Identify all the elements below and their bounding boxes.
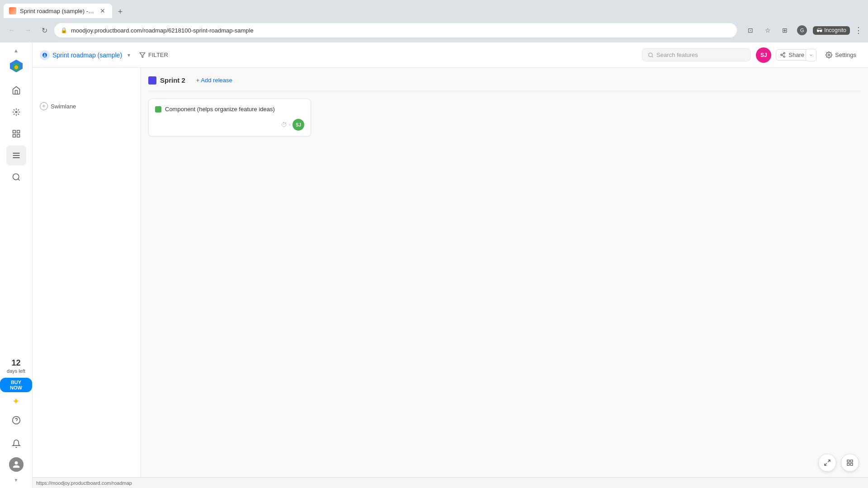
sidebar: ▲ bbox=[0, 42, 33, 488]
apps-icon bbox=[846, 459, 854, 466]
release-title: Sprint 2 bbox=[148, 76, 185, 84]
svg-marker-14 bbox=[140, 52, 145, 57]
scroll-down-indicator: ▼ bbox=[0, 475, 32, 484]
svg-line-16 bbox=[652, 56, 653, 57]
svg-rect-28 bbox=[850, 463, 853, 465]
tab-title: Sprint roadmap (sample) - Road... bbox=[20, 8, 95, 14]
reload-button[interactable]: ↻ bbox=[38, 24, 51, 37]
svg-rect-27 bbox=[847, 463, 849, 465]
incognito-badge: 🕶 Incognito bbox=[813, 26, 850, 35]
feature-title: Component (helps organize feature ideas) bbox=[165, 105, 275, 113]
buy-now-button[interactable]: BUY NOW bbox=[0, 378, 32, 392]
svg-line-20 bbox=[782, 55, 784, 56]
feature-clock-icon: ⏱ bbox=[281, 121, 287, 128]
share-dropdown-button[interactable] bbox=[806, 49, 816, 61]
svg-point-18 bbox=[781, 54, 782, 56]
active-tab[interactable]: Sprint roadmap (sample) - Road... ✕ bbox=[4, 4, 112, 18]
address-bar: ← → ↻ 🔒 moodjoy.productboard.com/roadmap… bbox=[0, 18, 868, 42]
search-input[interactable] bbox=[656, 52, 745, 58]
share-icon bbox=[780, 52, 786, 58]
svg-point-17 bbox=[783, 52, 785, 54]
main-content: Sprint roadmap (sample) ▾ FILTER SJ bbox=[33, 42, 868, 488]
apps-button[interactable] bbox=[841, 454, 859, 472]
browser-menu-button[interactable]: ⋮ bbox=[854, 25, 863, 35]
svg-rect-5 bbox=[17, 131, 19, 133]
filter-label: FILTER bbox=[148, 52, 168, 58]
svg-line-21 bbox=[782, 54, 784, 55]
filter-button[interactable]: FILTER bbox=[136, 50, 172, 60]
forward-button[interactable]: → bbox=[22, 24, 34, 37]
sidebar-navigation bbox=[0, 80, 32, 358]
svg-line-24 bbox=[825, 463, 827, 465]
sparkle-icon: ✦ bbox=[12, 396, 20, 407]
extension-icon[interactable]: ⊞ bbox=[778, 24, 791, 37]
tab-favicon bbox=[9, 7, 16, 14]
status-url: https://moodjoy.productboard.com/roadmap bbox=[36, 480, 132, 486]
share-button[interactable]: Share bbox=[776, 49, 808, 61]
feature-assignee-avatar: SJ bbox=[292, 119, 304, 131]
svg-point-22 bbox=[828, 54, 830, 56]
add-swimlane-button[interactable]: + Swimlane bbox=[40, 102, 133, 110]
app-logo[interactable] bbox=[7, 57, 25, 75]
svg-point-11 bbox=[13, 174, 19, 180]
profile-icon[interactable]: G bbox=[796, 24, 808, 37]
expand-icon bbox=[824, 459, 831, 466]
sidebar-item-analytics[interactable] bbox=[6, 167, 26, 187]
lock-icon: 🔒 bbox=[61, 27, 67, 33]
svg-point-15 bbox=[649, 53, 653, 57]
release-badge bbox=[148, 76, 156, 84]
svg-rect-6 bbox=[13, 135, 15, 137]
left-panel: + Swimlane bbox=[33, 68, 141, 477]
svg-line-23 bbox=[828, 460, 830, 462]
search-icon bbox=[648, 52, 654, 58]
feature-card-footer: ⏱ - SJ bbox=[155, 119, 304, 131]
sidebar-item-help[interactable] bbox=[6, 410, 26, 430]
add-swimlane-icon: + bbox=[40, 102, 48, 110]
sidebar-item-roadmap[interactable] bbox=[6, 145, 26, 165]
feature-card[interactable]: Component (helps organize feature ideas)… bbox=[148, 99, 311, 136]
roadmap-title-icon bbox=[40, 50, 50, 60]
board-area: Sprint 2 + Add release Component (helps … bbox=[141, 68, 868, 477]
roadmap-name: Sprint roadmap (sample) bbox=[52, 52, 122, 59]
sidebar-item-home[interactable] bbox=[6, 80, 26, 100]
add-release-button[interactable]: + Add release bbox=[193, 75, 236, 85]
share-section: Share bbox=[776, 49, 816, 61]
sidebar-bottom: 12 days left BUY NOW ✦ bbox=[0, 358, 32, 475]
user-avatar-sidebar[interactable] bbox=[9, 457, 24, 472]
tab-close-button[interactable]: ✕ bbox=[99, 7, 107, 15]
browser-chrome: Sprint roadmap (sample) - Road... ✕ + ← … bbox=[0, 0, 868, 42]
settings-icon bbox=[826, 52, 832, 58]
chevron-down-icon bbox=[809, 53, 813, 57]
release-name: Sprint 2 bbox=[160, 76, 185, 84]
browser-actions: ⊡ ☆ ⊞ G 🕶 Incognito ⋮ bbox=[744, 24, 863, 37]
user-avatar-topbar[interactable]: SJ bbox=[756, 47, 771, 63]
svg-rect-7 bbox=[17, 135, 19, 137]
cast-icon[interactable]: ⊡ bbox=[744, 24, 757, 37]
svg-point-3 bbox=[15, 111, 17, 113]
settings-button[interactable]: Settings bbox=[821, 50, 861, 60]
topbar: Sprint roadmap (sample) ▾ FILTER SJ bbox=[33, 42, 868, 68]
swimlane-label: Swimlane bbox=[51, 103, 76, 110]
feature-status-dot bbox=[155, 106, 161, 113]
bookmark-icon[interactable]: ☆ bbox=[761, 24, 774, 37]
bottom-right-buttons bbox=[818, 454, 859, 472]
new-tab-button[interactable]: + bbox=[114, 5, 127, 18]
topbar-right: SJ Share bbox=[756, 47, 861, 63]
sidebar-item-notifications[interactable] bbox=[6, 434, 26, 454]
back-button[interactable]: ← bbox=[5, 24, 18, 37]
feature-separator: - bbox=[289, 122, 291, 128]
sidebar-item-insights[interactable] bbox=[6, 102, 26, 122]
roadmap-dropdown-icon[interactable]: ▾ bbox=[127, 52, 130, 58]
url-bar[interactable]: 🔒 moodjoy.productboard.com/roadmap/62181… bbox=[54, 23, 737, 38]
board-header: Sprint 2 + Add release bbox=[148, 75, 861, 91]
roadmap-title-button[interactable]: Sprint roadmap (sample) bbox=[40, 50, 122, 60]
expand-button[interactable] bbox=[818, 454, 836, 472]
settings-label: Settings bbox=[835, 52, 856, 58]
status-bar: https://moodjoy.productboard.com/roadmap bbox=[33, 477, 868, 488]
feature-card-header: Component (helps organize feature ideas) bbox=[155, 105, 304, 113]
share-label: Share bbox=[788, 52, 804, 58]
search-bar[interactable] bbox=[642, 48, 750, 61]
trial-days-badge: 12 days left bbox=[7, 358, 25, 374]
url-text: moodjoy.productboard.com/roadmap/6218100… bbox=[71, 27, 731, 34]
sidebar-item-features[interactable] bbox=[6, 124, 26, 144]
